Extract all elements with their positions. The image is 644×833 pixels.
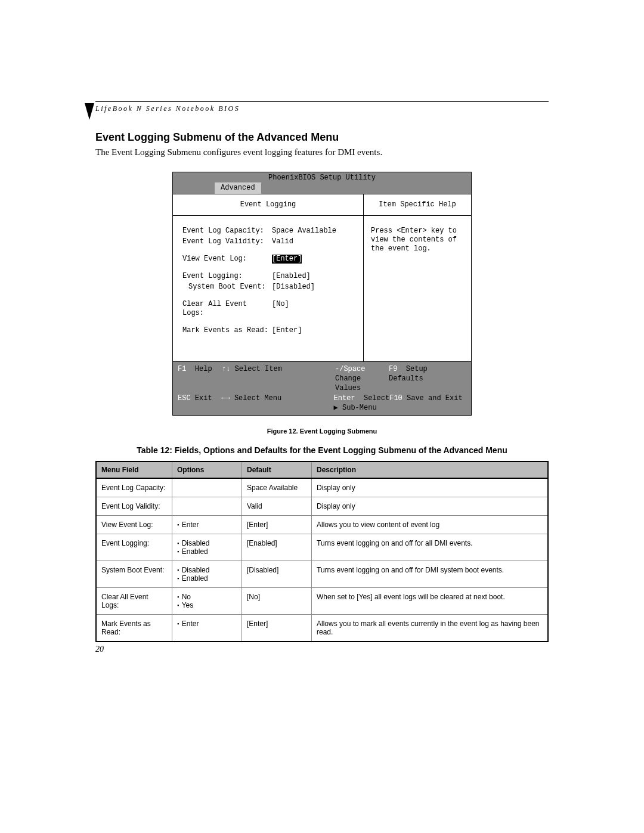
key-leftright-icon[interactable]: ←→ <box>221 394 230 402</box>
table-row: Event Logging:DisabledEnabled[Enabled]Tu… <box>96 534 548 561</box>
cell-description: Turns event logging on and off for DMI s… <box>312 561 549 587</box>
cell-options: NoYes <box>172 587 242 614</box>
bios-field-row[interactable]: Mark Events as Read:[Enter] <box>182 326 357 335</box>
th-default: Default <box>242 462 312 478</box>
bios-field-value[interactable]: [Enter] <box>272 326 302 335</box>
option-item: Enter <box>177 620 237 628</box>
key-f1[interactable]: F1 <box>178 365 186 373</box>
bios-field-value[interactable]: Valid <box>272 237 293 246</box>
hint-select-item: Select Item <box>235 365 282 373</box>
table-row: System Boot Event:DisabledEnabled[Disabl… <box>96 561 548 587</box>
cell-default: [Enter] <box>242 515 312 534</box>
bios-body: Event Logging Event Log Capacity:Space A… <box>173 194 471 361</box>
bios-footer: F1 Help ↑↓ Select Item -/Space Change Va… <box>173 361 471 415</box>
cell-options: DisabledEnabled <box>172 534 242 561</box>
cell-default: [Enabled] <box>242 534 312 561</box>
tab-advanced[interactable]: Advanced <box>215 182 261 194</box>
bios-field-value[interactable]: [Enter] <box>272 255 302 264</box>
cell-options <box>172 497 242 515</box>
cell-default: Space Available <box>242 478 312 497</box>
table-row: Clear All Event Logs:NoYes[No]When set t… <box>96 587 548 614</box>
cell-options <box>172 478 242 497</box>
cell-description: Display only <box>312 478 549 497</box>
bios-window: PhoenixBIOS Setup Utility Advanced Event… <box>172 172 472 416</box>
page-number: 20 <box>95 645 104 654</box>
key-f9[interactable]: F9 <box>389 365 397 373</box>
cell-default: [No] <box>242 587 312 614</box>
option-item: Enabled <box>177 547 237 556</box>
table-row: Mark Events as Read:Enter[Enter]Allows y… <box>96 614 548 642</box>
bios-field-row[interactable]: System Boot Event:[Disabled] <box>182 283 357 292</box>
bios-help-title: Item Specific Help <box>364 194 471 216</box>
option-item: No <box>177 593 237 601</box>
cell-menu-field: View Event Log: <box>96 515 172 534</box>
bios-field-value[interactable]: [No] <box>272 300 289 318</box>
bios-field-value[interactable]: Space Available <box>272 227 336 236</box>
option-item: Enabled <box>177 574 237 583</box>
cell-options: DisabledEnabled <box>172 561 242 587</box>
bios-field-label: System Boot Event: <box>182 283 272 292</box>
bios-field-row[interactable]: Event Log Validity:Valid <box>182 237 357 246</box>
th-description: Description <box>312 462 549 478</box>
figure-caption: Figure 12. Event Logging Submenu <box>95 428 549 435</box>
cell-menu-field: Event Logging: <box>96 534 172 561</box>
table-header-row: Menu Field Options Default Description <box>96 462 548 478</box>
table-row: Event Log Capacity:Space AvailableDispla… <box>96 478 548 497</box>
key-space[interactable]: -/Space <box>335 365 365 373</box>
header-marker-icon <box>85 103 94 120</box>
bios-tabs: Advanced <box>173 182 471 194</box>
option-item: Yes <box>177 601 237 609</box>
bios-field-list: Event Log Capacity:Space AvailableEvent … <box>173 216 363 343</box>
th-menu-field: Menu Field <box>96 462 172 478</box>
bios-help-panel: Item Specific Help Press <Enter> key to … <box>364 194 471 361</box>
fields-table: Menu Field Options Default Description E… <box>95 461 549 642</box>
key-f10[interactable]: F10 <box>389 394 402 402</box>
bios-field-label: Mark Events as Read: <box>182 326 272 335</box>
bios-field-label: View Event Log: <box>182 255 272 264</box>
cell-default: [Disabled] <box>242 561 312 587</box>
cell-description: Display only <box>312 497 549 515</box>
key-enter[interactable]: Enter <box>334 394 355 402</box>
cell-description: When set to [Yes] all event logs will be… <box>312 587 549 614</box>
cell-description: Allows you to view content of event log <box>312 515 549 534</box>
cell-menu-field: Event Log Validity: <box>96 497 172 515</box>
document-page: LifeBook N Series Notebook BIOS Event Lo… <box>0 0 644 833</box>
running-head: LifeBook N Series Notebook BIOS <box>95 104 549 113</box>
bios-panel-title: Event Logging <box>173 194 363 216</box>
cell-description: Turns event logging on and off for all D… <box>312 534 549 561</box>
bios-field-row[interactable]: Event Log Capacity:Space Available <box>182 227 357 236</box>
key-esc[interactable]: ESC <box>178 394 191 402</box>
cell-default: [Enter] <box>242 614 312 642</box>
section-intro: The Event Logging Submenu configures eve… <box>95 147 549 157</box>
header-rule <box>95 101 549 102</box>
table-row: View Event Log:Enter[Enter]Allows you to… <box>96 515 548 534</box>
cell-default: Valid <box>242 497 312 515</box>
cell-menu-field: Clear All Event Logs: <box>96 587 172 614</box>
th-options: Options <box>172 462 242 478</box>
bios-window-title: PhoenixBIOS Setup Utility <box>173 172 471 182</box>
hint-change-values: Change Values <box>335 374 361 392</box>
option-item: Enter <box>177 521 237 529</box>
bios-field-row[interactable]: Event Logging:[Enabled] <box>182 272 357 281</box>
section-title: Event Logging Submenu of the Advanced Me… <box>95 131 549 144</box>
bios-field-row[interactable]: View Event Log:[Enter] <box>182 255 357 264</box>
cell-options: Enter <box>172 614 242 642</box>
hint-help: Help <box>195 365 212 373</box>
bios-help-text: Press <Enter> key to view the contents o… <box>364 216 471 264</box>
cell-options: Enter <box>172 515 242 534</box>
bios-field-value[interactable]: [Disabled] <box>272 283 315 292</box>
bios-field-row[interactable]: Clear All Event Logs:[No] <box>182 300 357 318</box>
bios-field-value[interactable]: [Enabled] <box>272 272 311 281</box>
cell-description: Allows you to mark all events currently … <box>312 614 549 642</box>
bios-field-label: Clear All Event Logs: <box>182 300 272 318</box>
cell-menu-field: Event Log Capacity: <box>96 478 172 497</box>
cell-menu-field: System Boot Event: <box>96 561 172 587</box>
hint-save-exit: Save and Exit <box>407 394 463 402</box>
key-updown-icon[interactable]: ↑↓ <box>222 365 230 373</box>
option-item: Disabled <box>177 539 237 547</box>
hint-exit: Exit <box>195 394 212 402</box>
table-caption: Table 12: Fields, Options and Defaults f… <box>95 445 549 455</box>
bios-field-label: Event Log Validity: <box>182 237 272 246</box>
table-row: Event Log Validity:ValidDisplay only <box>96 497 548 515</box>
bios-field-label: Event Log Capacity: <box>182 227 272 236</box>
